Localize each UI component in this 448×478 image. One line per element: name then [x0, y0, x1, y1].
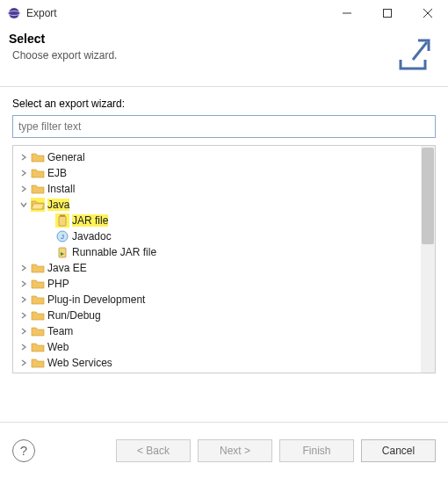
tree-item-runnable[interactable]: Runnable JAR file: [41, 244, 421, 260]
window-title: Export: [26, 7, 327, 19]
tree-item-java[interactable]: Java: [17, 197, 421, 213]
chevron-right-icon[interactable]: [17, 356, 31, 370]
scrollbar[interactable]: [421, 146, 435, 373]
app-icon: [7, 6, 21, 20]
svg-rect-7: [60, 215, 65, 217]
svg-rect-6: [59, 216, 66, 226]
tree-item-label: Java EE: [47, 262, 87, 274]
chevron-right-icon[interactable]: [17, 293, 31, 307]
chevron-right-icon[interactable]: [17, 261, 31, 275]
banner-subtitle: Choose export wizard.: [12, 49, 392, 62]
folder-icon: [31, 340, 45, 354]
svg-rect-10: [59, 248, 66, 257]
chevron-right-icon[interactable]: [17, 150, 31, 164]
chevron-right-icon[interactable]: [17, 277, 31, 291]
tree-item-label: Java: [47, 199, 69, 211]
button-bar: ? < Back Next > Finish Cancel: [0, 422, 448, 478]
folder-icon: [31, 261, 45, 275]
tree-item-label: Javadoc: [72, 230, 112, 243]
tree-item-rundebug[interactable]: Run/Debug: [17, 308, 421, 323]
folder-open-icon: [31, 198, 45, 212]
titlebar: Export: [0, 0, 448, 26]
chevron-right-icon[interactable]: [17, 324, 31, 338]
tree-item-label: Web Services: [47, 357, 112, 369]
scrollbar-thumb[interactable]: [422, 148, 434, 244]
filter-input[interactable]: [12, 115, 436, 138]
chevron-right-icon[interactable]: [17, 372, 31, 373]
tree-item-label: Team: [47, 325, 73, 337]
tree-item-label: Web: [47, 341, 69, 353]
chevron-right-icon[interactable]: [17, 340, 31, 354]
export-icon: [392, 33, 434, 76]
tree-item-label: General: [47, 151, 85, 163]
chevron-down-icon[interactable]: [17, 198, 31, 212]
folder-icon: [31, 308, 45, 322]
minimize-button[interactable]: [327, 0, 367, 26]
folder-icon: [31, 277, 45, 291]
tree-item-webservices[interactable]: Web Services: [17, 355, 421, 371]
tree-item-web[interactable]: Web: [17, 339, 421, 355]
runnable-jar-icon: [55, 245, 69, 259]
cancel-button[interactable]: Cancel: [361, 439, 436, 462]
tree-item-jarfile[interactable]: JAR file: [41, 213, 421, 228]
finish-button[interactable]: Finish: [279, 439, 354, 462]
section-label: Select an export wizard:: [12, 98, 436, 110]
tree-item-javaee[interactable]: Java EE: [17, 260, 421, 276]
folder-icon: [31, 324, 45, 338]
javadoc-icon: J: [55, 229, 69, 243]
folder-icon: [31, 150, 45, 164]
help-button[interactable]: ?: [12, 439, 35, 462]
banner-title: Select: [9, 32, 392, 46]
chevron-right-icon[interactable]: [17, 182, 31, 196]
tree-item-label: Plug-in Development: [47, 293, 145, 306]
folder-icon: [31, 372, 45, 373]
tree-item-label: PHP: [47, 278, 69, 290]
tree-item-ejb[interactable]: EJB: [17, 165, 421, 181]
back-button[interactable]: < Back: [116, 439, 191, 462]
tree-item-general[interactable]: General: [17, 149, 421, 165]
maximize-button[interactable]: [367, 0, 408, 26]
tree-item-php[interactable]: PHP: [17, 276, 421, 292]
chevron-right-icon[interactable]: [17, 308, 31, 322]
tree-item-label: EJB: [47, 167, 67, 179]
folder-icon: [31, 166, 45, 180]
tree-item-label: Run/Debug: [47, 309, 101, 322]
svg-point-0: [9, 8, 19, 18]
folder-icon: [31, 182, 45, 196]
tree-item-install[interactable]: Install: [17, 181, 421, 197]
tree-item-xml[interactable]: XML: [17, 371, 421, 373]
chevron-right-icon[interactable]: [17, 166, 31, 180]
tree-item-label: JAR file: [72, 214, 108, 227]
tree-item-javadoc[interactable]: J Javadoc: [41, 228, 421, 244]
folder-icon: [31, 293, 45, 307]
svg-text:J: J: [61, 233, 64, 241]
jar-icon: [55, 214, 69, 228]
tree-item-label: Runnable JAR file: [72, 246, 156, 258]
svg-rect-3: [384, 10, 392, 18]
close-button[interactable]: [408, 0, 448, 26]
wizard-banner: Select Choose export wizard.: [0, 26, 448, 86]
wizard-tree[interactable]: General EJB Install Java: [12, 145, 436, 373]
next-button[interactable]: Next >: [198, 439, 272, 462]
tree-item-label: Install: [47, 183, 75, 195]
tree-item-team[interactable]: Team: [17, 323, 421, 339]
folder-icon: [31, 356, 45, 370]
tree-item-plugindev[interactable]: Plug-in Development: [17, 292, 421, 308]
